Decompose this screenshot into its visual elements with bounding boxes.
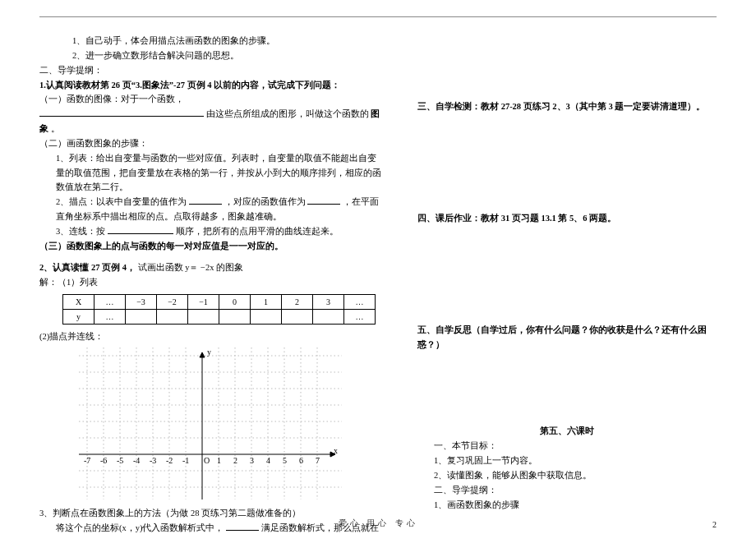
intro-item-2: 2、进一步确立数形结合解决问题的思想。 (39, 48, 385, 63)
cell: 1 (251, 295, 282, 310)
cell: −3 (126, 295, 157, 310)
cell-y-label: y (63, 310, 94, 325)
task1-heading: 1.认真阅读教材第 26 页“3.图象法”-27 页例 4 以前的内容，试完成下… (39, 78, 385, 93)
spacer (417, 129, 717, 211)
def-text-a: （一）函数的图像：对于一个函数， (39, 94, 184, 104)
section-5: 五、自学反思（自学过后，你有什么问题？你的收获是什么？还有什么困惑？） (417, 323, 717, 352)
value-table: X … −3 −2 −1 0 1 2 3 … y … (62, 294, 376, 325)
cell-empty (126, 310, 157, 325)
lesson-title-56: 第五、六课时 (417, 424, 717, 439)
cell-empty (157, 310, 188, 325)
ex2-step1: 解：（1）列表 (39, 275, 385, 290)
tick: 7 (316, 456, 320, 465)
section-2-heading: 二、导学提纲： (39, 63, 385, 78)
blank-3a (108, 226, 173, 234)
s2-2b: ，对应的函数值作为 (224, 197, 306, 206)
def-line-1: （一）函数的图像：对于一个函数， (39, 92, 385, 107)
tick: -1 (182, 456, 189, 465)
cell-dots: … (344, 310, 376, 325)
coordinate-grid: y x -7 -6 -5 -4 -3 -2 -1 O 1 2 3 4 5 6 7 (79, 348, 342, 499)
tick: 2 (233, 456, 237, 465)
blank-long (39, 108, 204, 117)
cell-x-label: X (63, 295, 94, 310)
cell: 2 (282, 295, 313, 310)
tick: -2 (166, 456, 173, 465)
table-row: X … −3 −2 −1 0 1 2 3 … (63, 295, 376, 310)
origin-label: O (204, 456, 210, 465)
def-text-d: 。 (51, 124, 60, 133)
tick: 5 (283, 456, 287, 465)
table-row: y … … (63, 310, 376, 325)
tick: -5 (117, 456, 123, 465)
spacer (417, 241, 717, 323)
ex2-head-a: 2、认真读懂 27 页例 4， (39, 263, 136, 272)
tick: 1 (217, 456, 221, 465)
spacer (417, 366, 717, 424)
tick: -4 (133, 456, 140, 465)
s2-3a: 3、连线：按 (56, 227, 105, 236)
tick: -3 (150, 456, 156, 465)
def-text-b: 由这些点所组成的图形，叫做这个函数的 (206, 109, 369, 118)
cell: −2 (157, 295, 188, 310)
two-column-layout: 1、自己动手，体会用描点法画函数的图象的步骤。 2、进一步确立数形结合解决问题的… (39, 34, 717, 534)
r-h2-1: 1、画函数图象的步骤 (417, 498, 717, 513)
ex2-head-b: 试画出函数 y＝ −2x 的图象 (138, 263, 244, 272)
cell: −1 (188, 295, 219, 310)
cell-empty (188, 310, 219, 325)
step-list-2: 2、描点：以表中自变量的值作为 ，对应的函数值作为 ，在平面直角坐标系中描出相应… (39, 195, 385, 224)
sub2-heading: （二）画函数图象的步骤： (39, 136, 385, 151)
cell: 0 (219, 295, 251, 310)
cell: 3 (313, 295, 344, 310)
spacer (39, 254, 385, 260)
sub3-text: （三）函数图象上的点与函数的每一对对应值是一一对应的。 (39, 239, 385, 254)
ex2-heading: 2、认真读懂 27 页例 4， 试画出函数 y＝ −2x 的图象 (39, 260, 385, 275)
right-column: 三、自学检测：教材 27-28 页练习 2、3（其中第 3 题一定要讲清道理）。… (417, 34, 717, 534)
svg-marker-25 (200, 352, 205, 357)
tick: 4 (266, 456, 270, 465)
r-h2: 二、导学提纲： (417, 483, 717, 498)
y-axis-label: y (207, 348, 211, 357)
top-rule (39, 16, 717, 17)
page-footer: 爱心 用心 专心 (0, 518, 756, 529)
tick: -6 (100, 456, 107, 465)
cell-empty (282, 310, 313, 325)
cell-dots: … (94, 310, 126, 325)
tick: 3 (250, 456, 254, 465)
section-3: 三、自学检测：教材 27-28 页练习 2、3（其中第 3 题一定要讲清道理）。 (417, 99, 717, 114)
blank-2b (307, 196, 340, 205)
r-h1: 一、本节目标： (417, 439, 717, 453)
s2-3b: 顺序，把所有的点用平滑的曲线连起来。 (176, 227, 339, 236)
section-4: 四、课后作业：教材 31 页习题 13.1 第 5、6 两题。 (417, 211, 717, 226)
tick: -7 (84, 456, 90, 465)
s2-2a: 2、描点：以表中自变量的值作为 (56, 197, 187, 206)
cell-dots: … (94, 295, 126, 310)
x-axis-label: x (334, 446, 338, 455)
step-list-1: 1、列表：给出自变量与函数的一些对应值。列表时，自变量的取值不能超出自变量的取值… (39, 151, 385, 196)
cell-empty (219, 310, 251, 325)
page-number: 2 (712, 520, 717, 529)
blank-2a (189, 196, 222, 205)
r-h1-1: 1、复习巩固上一节内容。 (417, 453, 717, 468)
cell-dots: … (344, 295, 376, 310)
r-h1-2: 2、读懂图象，能够从图象中获取信息。 (417, 468, 717, 483)
def-line-2: 由这些点所组成的图形，叫做这个函数的 图象 。 (39, 107, 385, 136)
ex2-step2: (2)描点并连线： (39, 329, 385, 344)
intro-item-1: 1、自己动手，体会用描点法画函数的图象的步骤。 (39, 34, 385, 48)
step-list-3: 3、连线：按 顺序，把所有的点用平滑的曲线连起来。 (39, 224, 385, 239)
cell-empty (251, 310, 282, 325)
left-column: 1、自己动手，体会用描点法画函数的图象的步骤。 2、进一步确立数形结合解决问题的… (39, 34, 385, 534)
grid-svg (79, 348, 342, 499)
tick: 6 (299, 456, 303, 465)
cell-empty (313, 310, 344, 325)
